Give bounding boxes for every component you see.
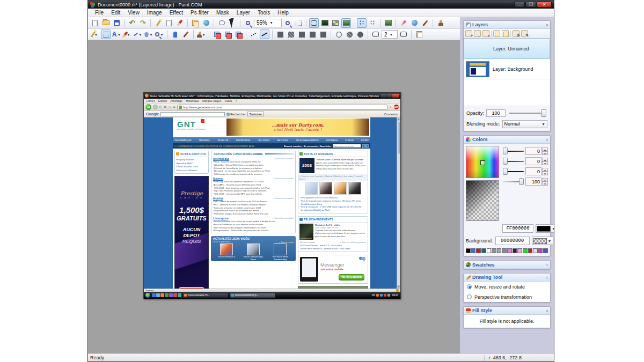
circle-hatch-button[interactable] [345,29,354,39]
brush-size-1-button[interactable] [275,29,285,39]
paintbrush-button[interactable]: ▼ [122,29,132,39]
color-swatch[interactable] [513,248,517,253]
chevron-down-icon[interactable]: ▼ [149,33,153,36]
line-tool-button[interactable]: ▼ [133,29,143,39]
roundrect-button[interactable] [399,29,408,39]
document-image[interactable]: Toute l'actualité Hi-Tech avec GNT : Inf… [143,92,401,299]
slider-handle[interactable] [519,178,524,185]
zoom-level-combobox[interactable]: 55%▼ [254,19,282,27]
circle-outline-button[interactable] [334,29,343,39]
alpha-slider[interactable] [502,178,524,186]
copy-layer-button[interactable] [502,30,509,37]
save-button[interactable] [112,18,121,28]
shade-map[interactable] [466,180,499,221]
spin-up-icon[interactable]: ▲ [542,147,548,151]
shape-tool-button[interactable]: ▼ [144,29,153,39]
color-swatch[interactable] [481,248,486,253]
chevron-down-icon[interactable]: ▼ [547,239,553,243]
spin-up-icon[interactable]: ▲ [542,158,548,161]
dashed-line-button[interactable] [249,29,259,39]
paste-style-button[interactable] [414,29,424,39]
layer-move-button[interactable] [212,29,222,39]
account-button[interactable] [436,18,445,28]
move-resize-rotate-option[interactable]: Move, resize and rotate [464,282,550,292]
snap-button[interactable] [383,18,393,28]
collapse-icon[interactable]: « [544,138,549,141]
perspective-option[interactable]: Perspective transformation [464,292,550,302]
color-swatch[interactable] [533,248,538,253]
copy-button[interactable] [191,18,200,28]
new-file-button[interactable] [90,18,100,28]
color-swatch[interactable] [476,248,481,253]
view-tiled-toggle[interactable] [331,18,340,28]
layer-row-background[interactable]: Layer: Background [464,59,550,79]
brush-size-4-button[interactable] [308,29,317,39]
slider-handle[interactable] [503,168,508,175]
menu-item[interactable]: Ps-filter [187,9,213,16]
menu-item[interactable]: File [91,9,107,16]
green-value-input[interactable] [525,157,541,165]
chevron-down-icon[interactable]: ▼ [541,122,545,126]
brush-size-5-button[interactable] [318,29,328,39]
radio-icon[interactable] [467,294,472,299]
crop-button[interactable] [153,18,163,28]
color-swatch[interactable] [502,248,507,253]
red-value-input[interactable] [525,147,541,155]
drawing-tool-header[interactable]: Drawing Tool « [464,274,550,282]
menu-item[interactable]: Layer [233,9,254,16]
clear-button[interactable] [164,18,174,28]
menu-item[interactable]: Image [143,9,166,16]
zoom-fit-button[interactable] [294,18,303,28]
color-selector[interactable] [480,160,485,165]
red-slider[interactable] [502,147,524,156]
opacity-input[interactable] [486,109,506,117]
lasso-button[interactable] [217,18,226,28]
spin-down-icon[interactable]: ▼ [542,172,548,175]
view-dark-toggle[interactable] [320,18,330,28]
layer-down-button[interactable] [233,29,243,39]
text-tool-button[interactable]: A▼ [112,29,121,39]
title-bar[interactable]: Document0000.rli* (Layered Image) - Pain… [88,1,554,9]
brush-size-2-button[interactable] [286,29,296,39]
background-color-dropdown[interactable]: ▼ [532,237,554,245]
roundrect-outline-button[interactable] [371,29,380,39]
menu-item[interactable]: Effect [166,9,187,16]
color-swatch[interactable] [517,248,522,253]
layer-up-button[interactable] [223,29,232,39]
clean-brush-button[interactable] [175,18,185,28]
background-hex-input[interactable] [495,237,530,245]
menu-item[interactable]: Edit [107,9,124,16]
grid-small-toggle[interactable] [368,18,377,28]
pointer-button[interactable] [228,18,237,28]
color-swatch[interactable] [497,248,502,253]
zoom-out-button[interactable] [243,18,253,28]
canvas-area[interactable]: Toute l'actualité Hi-Tech avec GNT : Inf… [88,40,460,353]
grid-large-toggle[interactable] [357,18,367,28]
colors-panel-header[interactable]: Colors « [464,136,550,144]
spin-down-icon[interactable]: ▼ [542,182,548,186]
color-swatch[interactable] [538,248,543,253]
chevron-down-icon[interactable]: ▼ [202,33,206,36]
solid-line-button[interactable] [260,29,269,39]
import-layer-button[interactable] [474,30,481,37]
delete-layer-button[interactable] [482,30,489,37]
open-file-button[interactable] [101,18,111,28]
spin-up-icon[interactable]: ▲ [542,178,548,182]
layers-panel-header[interactable]: Layers « [464,21,550,29]
color-swatch[interactable] [471,248,476,253]
expand-icon[interactable]: « [544,263,549,265]
fill-style-header[interactable]: Fill Style « [464,307,550,315]
web-button[interactable] [409,18,419,28]
color-swatch[interactable] [466,248,471,253]
layer-properties-button[interactable] [521,30,528,37]
chevron-down-icon[interactable]: ▼ [390,33,393,36]
collapse-icon[interactable]: « [544,24,549,26]
chevron-down-icon[interactable]: ▼ [551,227,554,231]
menu-item[interactable]: Help [274,9,292,16]
foreground-color-dropdown[interactable]: ▼ [536,224,554,233]
view-normal-toggle[interactable] [309,18,319,28]
radio-selected-icon[interactable] [467,284,472,289]
color-swatch[interactable] [528,248,533,253]
duplicate-layer-button[interactable] [493,30,500,37]
spin-up-icon[interactable]: ▲ [542,168,548,172]
